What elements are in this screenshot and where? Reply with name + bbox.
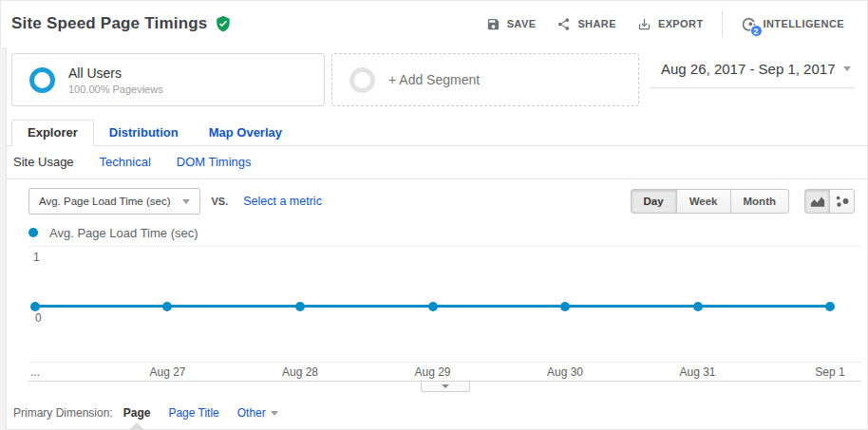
tab-explorer[interactable]: Explorer — [11, 120, 94, 146]
verified-shield-icon — [215, 15, 232, 32]
x-axis-labels: ...Aug 27Aug 28Aug 29Aug 30Aug 31Sep 1 — [35, 365, 830, 380]
share-label: SHARE — [577, 18, 616, 29]
chart-type-buttons — [804, 189, 855, 214]
segment-detail: 100.00% Pageviews — [68, 84, 163, 95]
line-chart-button[interactable] — [804, 189, 830, 214]
toolbar-divider — [722, 10, 723, 37]
export-button[interactable]: EXPORT — [627, 11, 714, 37]
date-range-value: Aug 26, 2017 - Sep 1, 2017 — [661, 61, 835, 77]
selected-dimension-caret-icon — [129, 422, 144, 430]
primary-dimension-other-label: Other — [237, 406, 266, 420]
data-point-aug-27[interactable] — [162, 302, 172, 311]
share-button[interactable]: SHARE — [546, 11, 627, 37]
x-axis-tick-label: Aug 27 — [149, 365, 185, 379]
motion-chart-button[interactable] — [829, 189, 855, 214]
intelligence-button[interactable]: 2 INTELLIGENCE — [730, 10, 855, 38]
chevron-down-icon — [843, 66, 851, 71]
x-axis-tick-label: Aug 28 — [282, 365, 318, 379]
primary-dimension-row: Primary Dimension: Page Page Title Other — [13, 406, 855, 420]
segments-row: All Users 100.00% Pageviews + Add Segmen… — [0, 47, 868, 118]
chart-collapse-handle[interactable] — [421, 382, 470, 392]
primary-dimension-page-title[interactable]: Page Title — [168, 406, 218, 420]
vs-label: VS. — [212, 196, 229, 207]
chart-toolbar: Avg. Page Load Time (sec) VS. Select a m… — [0, 179, 868, 220]
select-a-metric-link[interactable]: Select a metric — [243, 195, 322, 208]
tab-distribution[interactable]: Distribution — [94, 121, 194, 145]
left-edge-strip — [0, 47, 7, 430]
report-header: Site Speed Page Timings SAVE SHARE EXPOR… — [0, 0, 868, 47]
metric-group-subtabs: Site Usage Technical DOM Timings — [0, 146, 868, 179]
granularity-day-button[interactable]: Day — [631, 189, 677, 214]
segment-name: All Users — [68, 65, 163, 81]
segment-all-users[interactable]: All Users 100.00% Pageviews — [11, 53, 325, 106]
share-icon — [557, 17, 571, 31]
granularity-control: DayWeekMonth — [631, 189, 789, 214]
subtab-dom-timings[interactable]: DOM Timings — [177, 155, 252, 169]
motion-chart-icon — [835, 195, 850, 208]
granularity-week-button[interactable]: Week — [676, 189, 731, 214]
primary-dimension-page-label: Page — [123, 406, 151, 420]
date-range-selector[interactable]: Aug 26, 2017 - Sep 1, 2017 — [650, 55, 855, 88]
add-segment-button[interactable]: + Add Segment — [331, 53, 639, 106]
primary-dimension-page[interactable]: Page — [123, 406, 151, 420]
primary-dimension-label: Primary Dimension: — [13, 406, 113, 420]
data-point-sep-1[interactable] — [825, 302, 835, 311]
chevron-down-icon — [271, 411, 278, 416]
line-chart-icon — [810, 196, 825, 208]
subtab-technical[interactable]: Technical — [100, 155, 151, 169]
legend-series-dot — [28, 228, 38, 237]
report-tabs: Explorer Distribution Map Overlay — [0, 122, 868, 146]
plot-bottom-line — [28, 362, 861, 363]
data-point-aug-26[interactable] — [30, 302, 40, 311]
subtab-site-usage[interactable]: Site Usage — [13, 155, 74, 169]
save-label: SAVE — [507, 18, 537, 29]
metric-selector-value: Avg. Page Load Time (sec) — [39, 196, 171, 207]
page-title: Site Speed Page Timings — [11, 14, 207, 33]
add-segment-label: + Add Segment — [388, 72, 480, 87]
segment-donut-icon — [29, 67, 55, 93]
intelligence-label: INTELLIGENCE — [764, 18, 844, 29]
save-icon — [486, 17, 500, 31]
x-axis-tick-label: Sep 1 — [815, 365, 844, 379]
x-axis-tick-label: ... — [30, 365, 40, 379]
x-axis-tick-label: Aug 31 — [679, 365, 715, 379]
plot-area — [35, 245, 830, 365]
timeseries-chart: 1 0 ...Aug 27Aug 28Aug 29Aug 30Aug 31Sep… — [28, 245, 861, 393]
export-label: EXPORT — [658, 18, 704, 29]
data-point-aug-29[interactable] — [428, 302, 438, 311]
intelligence-icon: 2 — [741, 16, 757, 32]
granularity-month-button[interactable]: Month — [730, 189, 789, 214]
tab-map-overlay[interactable]: Map Overlay — [194, 121, 297, 145]
legend-series-label: Avg. Page Load Time (sec) — [49, 226, 198, 240]
data-point-aug-28[interactable] — [295, 302, 305, 311]
chevron-down-icon — [182, 199, 190, 204]
chevron-down-icon — [442, 384, 449, 388]
chart-legend: Avg. Page Load Time (sec) — [0, 220, 868, 242]
data-point-aug-30[interactable] — [560, 302, 570, 311]
x-axis-tick-label: Aug 30 — [547, 365, 583, 379]
metric-selector-dropdown[interactable]: Avg. Page Load Time (sec) — [28, 188, 200, 215]
x-axis-tick-label: Aug 29 — [414, 365, 450, 379]
add-segment-donut-icon — [349, 67, 375, 93]
export-icon — [637, 17, 651, 31]
intelligence-badge: 2 — [750, 25, 763, 37]
data-point-aug-31[interactable] — [693, 302, 703, 311]
save-button[interactable]: SAVE — [476, 11, 547, 37]
primary-dimension-other[interactable]: Other — [237, 406, 278, 420]
